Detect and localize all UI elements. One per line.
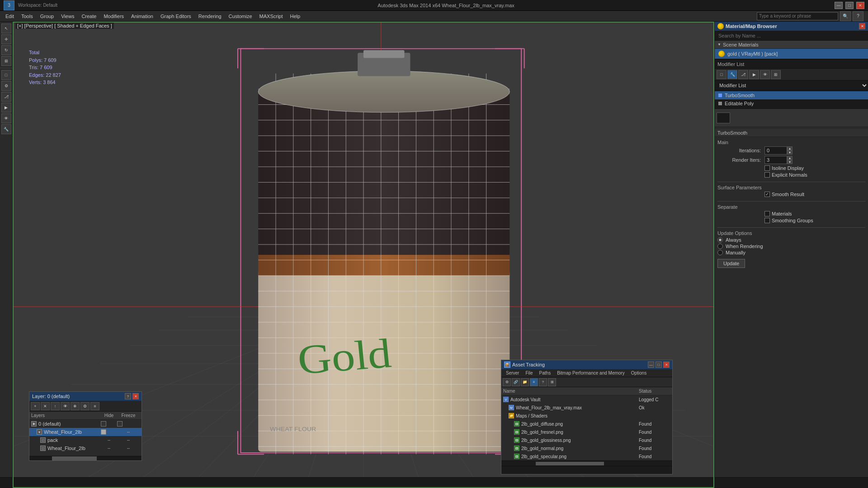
asset-row[interactable]: M Wheat_Flour_2lb_max_vray.max Ok <box>501 404 672 412</box>
material-item[interactable]: gold ( VRayMtl ) [pack] <box>715 49 868 59</box>
when-rendering-radio[interactable] <box>717 244 723 249</box>
asset-menu-bitmap-perf[interactable]: Bitmap Performance and Memory <box>554 371 627 375</box>
menu-graph-editors[interactable]: Graph Editors <box>157 12 195 20</box>
layer-row[interactable]: ▼ Wheat_Flour_2lb -- <box>29 428 142 436</box>
asset-btn-6[interactable]: ⊞ <box>548 378 556 386</box>
menu-help[interactable]: Help <box>287 12 304 20</box>
modifier-list-item-editable-poly[interactable]: Editable Poly <box>715 99 868 108</box>
close-button[interactable]: ✕ <box>856 2 864 9</box>
search-button[interactable]: 🔍 <box>840 11 851 21</box>
explicit-normals-checkbox[interactable] <box>764 172 770 178</box>
layer-extra-btn[interactable]: ≡ <box>90 402 99 410</box>
layer-hide-check[interactable] <box>101 421 106 427</box>
viewport[interactable]: Gold WHEAT FLOUR [+] [Perspective] [ Sha… <box>13 22 714 488</box>
layer-remove-btn[interactable]: ✕ <box>41 402 50 410</box>
asset-row[interactable]: 🖼 2lb_gold_diffuse.png Found <box>501 420 672 428</box>
layer-row[interactable]: □ Wheat_Flour_2lb -- -- <box>29 444 142 452</box>
layer-hide-toggle[interactable]: -- <box>101 438 117 442</box>
utilities-tool[interactable]: 🔧 <box>1 124 11 134</box>
manually-radio[interactable] <box>717 250 723 255</box>
modifier-dropdown[interactable]: Modifier List <box>715 80 868 90</box>
rt-motion-btn[interactable]: ▶ <box>749 70 759 79</box>
layer-freeze-toggle[interactable] <box>117 421 140 427</box>
display-tool[interactable]: 👁 <box>1 113 11 123</box>
menu-rendering[interactable]: Rendering <box>195 12 225 20</box>
asset-maximize-btn[interactable]: □ <box>656 361 662 368</box>
app-icon[interactable]: 3 <box>4 0 14 10</box>
rt-utilities-btn[interactable]: ⊞ <box>771 70 781 79</box>
asset-btn-5[interactable]: ? <box>539 378 547 386</box>
layer-hide-toggle[interactable]: -- <box>101 446 117 450</box>
materials-checkbox[interactable] <box>764 211 770 216</box>
layer-scroll-area[interactable]: ▶ 0 (default) ▼ Wheat_Flour_2lb <box>29 420 142 456</box>
smooth-result-checkbox[interactable] <box>764 192 770 197</box>
render-iters-up-btn[interactable]: ▲ <box>787 156 793 160</box>
layer-row[interactable]: □ pack -- -- <box>29 436 142 444</box>
layer-scrollbar[interactable] <box>29 456 142 460</box>
hierarchy-tool[interactable]: ⎇ <box>1 92 11 102</box>
rotate-tool[interactable]: ↻ <box>1 45 11 55</box>
update-button[interactable]: Update <box>717 259 745 268</box>
menu-animation[interactable]: Animation <box>127 12 157 20</box>
iterations-input[interactable] <box>764 146 787 155</box>
layer-help-btn[interactable]: ? <box>125 393 131 399</box>
menu-tools[interactable]: Tools <box>18 12 37 20</box>
asset-scrollbar-thumb[interactable] <box>536 462 604 465</box>
asset-menu-server[interactable]: Server <box>503 371 522 375</box>
asset-btn-4[interactable]: ≡ <box>530 378 538 386</box>
asset-btn-3[interactable]: 📁 <box>521 378 529 386</box>
asset-row[interactable]: V Autodesk Vault Logged C <box>501 395 672 404</box>
mmb-close-btn[interactable]: ✕ <box>859 23 865 29</box>
asset-btn-2[interactable]: 🔗 <box>512 378 520 386</box>
color-swatch-box[interactable] <box>717 113 730 123</box>
asset-minimize-btn[interactable]: — <box>648 361 654 368</box>
rt-hierarchy-btn[interactable]: ⎇ <box>738 70 748 79</box>
iterations-down-btn[interactable]: ▼ <box>787 150 793 155</box>
menu-modifiers[interactable]: Modifiers <box>100 12 127 20</box>
layer-settings-btn[interactable]: ⚙ <box>80 402 90 410</box>
layer-freeze-toggle[interactable]: -- <box>117 446 140 450</box>
layer-hide-toggle[interactable] <box>101 421 117 427</box>
layer-row[interactable]: ▶ 0 (default) <box>29 420 142 428</box>
select-tool[interactable]: ↖ <box>1 23 11 33</box>
modifier-list-item-turbosmoooth[interactable]: TurboSmooth <box>715 91 868 99</box>
minimize-button[interactable]: — <box>835 2 843 9</box>
rt-display-btn[interactable]: 👁 <box>760 70 770 79</box>
smoothing-groups-checkbox[interactable] <box>764 218 770 223</box>
asset-close-btn[interactable]: ✕ <box>663 361 670 368</box>
menu-group[interactable]: Group <box>37 12 58 20</box>
create-tool[interactable]: □ <box>1 70 11 80</box>
layer-hide-check[interactable] <box>101 429 106 435</box>
menu-edit[interactable]: Edit <box>2 12 18 20</box>
iterations-up-btn[interactable]: ▲ <box>787 146 793 150</box>
move-tool[interactable]: ✛ <box>1 34 11 44</box>
layer-hide-toggle[interactable] <box>101 429 117 435</box>
layer-move-up-btn[interactable]: ↑ <box>51 402 60 410</box>
layer-scrollbar-thumb[interactable] <box>52 456 97 460</box>
asset-menu-options[interactable]: Options <box>628 371 649 375</box>
render-iters-input[interactable] <box>764 156 787 164</box>
menu-customize[interactable]: Customize <box>225 12 256 20</box>
motion-tool[interactable]: ▶ <box>1 103 11 113</box>
rt-modify-btn[interactable]: 🔧 <box>727 70 737 79</box>
mmb-search-input[interactable] <box>715 31 868 41</box>
asset-scrollbar[interactable] <box>501 460 672 466</box>
layer-toggle-hide-btn[interactable]: 👁 <box>61 402 70 410</box>
modify-tool[interactable]: ⚙ <box>1 81 11 91</box>
menu-create[interactable]: Create <box>78 12 100 20</box>
layer-freeze-toggle[interactable]: -- <box>117 430 140 434</box>
always-radio[interactable] <box>717 237 723 243</box>
asset-row[interactable]: 🖼 2lb_gold_normal.png Found <box>501 444 672 452</box>
layer-freeze-toggle[interactable]: -- <box>117 438 140 442</box>
layer-toggle-freeze-btn[interactable]: ❄ <box>71 402 80 410</box>
menu-views[interactable]: Views <box>57 12 78 20</box>
workspace-selector[interactable]: Workspace: Default <box>18 3 57 8</box>
menu-maxscript[interactable]: MAXScript <box>256 12 287 20</box>
scene-materials-header[interactable]: Scene Materials <box>715 41 868 49</box>
rt-create-btn[interactable]: □ <box>717 70 726 79</box>
asset-row[interactable]: 📁 Maps / Shaders <box>501 412 672 420</box>
render-iters-down-btn[interactable]: ▼ <box>787 160 793 164</box>
layer-add-btn[interactable]: + <box>31 402 40 410</box>
asset-btn-1[interactable]: ⚙ <box>503 378 511 386</box>
scale-tool[interactable]: ⊞ <box>1 56 11 66</box>
